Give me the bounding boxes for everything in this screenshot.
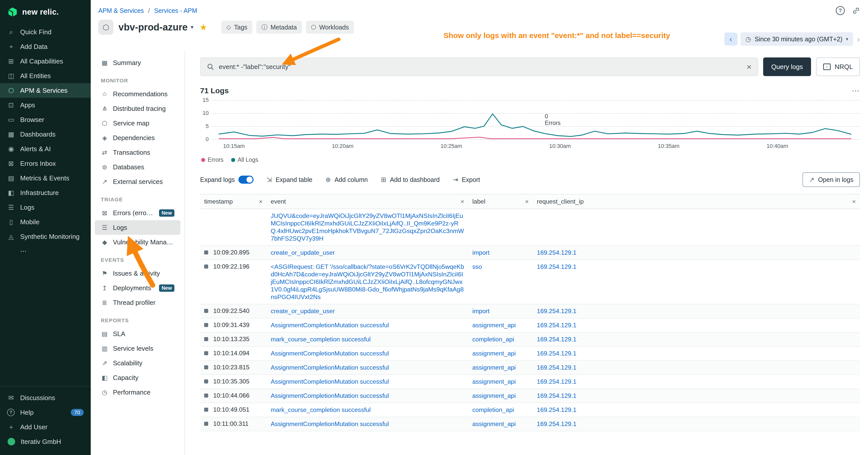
request-client-ip-link[interactable]: 169.254.129.1 bbox=[537, 407, 577, 413]
log-table-row[interactable]: 10:09:31.439 AssignmentCompletionMutatio… bbox=[200, 318, 860, 332]
subnav-item[interactable]: ◈ Dependencies bbox=[95, 130, 181, 145]
subnav-item[interactable]: ◆ Vulnerability Management bbox=[95, 235, 181, 250]
sidebar-item[interactable]: ▤ Metrics & Events bbox=[0, 171, 91, 186]
request-client-ip-link[interactable]: 169.254.129.1 bbox=[537, 263, 577, 270]
entity-action-button[interactable]: ⓘ Metadata bbox=[256, 21, 302, 34]
log-table-row[interactable]: 10:10:35.305 AssignmentCompletionMutatio… bbox=[200, 375, 860, 389]
log-table-row[interactable]: 10:09:22.196 <ASGIRequest: GET '/sso/cal… bbox=[200, 260, 860, 304]
entity-action-button[interactable]: ◇ Tags bbox=[221, 21, 252, 34]
row-marker-icon[interactable] bbox=[204, 309, 208, 313]
remove-column-icon[interactable]: × bbox=[259, 198, 262, 205]
event-link[interactable]: JUQVU&code=eyJraWQiOiJjcGltY29yZV8wOTl1M… bbox=[271, 213, 464, 242]
label-link[interactable]: assignment_api bbox=[472, 322, 516, 328]
add-to-dashboard-button[interactable]: ⊞ Add to dashboard bbox=[381, 176, 439, 184]
label-link[interactable]: assignment_api bbox=[472, 421, 516, 427]
label-link[interactable]: completion_api bbox=[472, 336, 514, 343]
log-table-row[interactable]: 10:09:20.895 create_or_update_user impor… bbox=[200, 246, 860, 260]
request-client-ip-link[interactable]: 169.254.129.1 bbox=[537, 350, 577, 357]
request-client-ip-link[interactable]: 169.254.129.1 bbox=[537, 378, 577, 385]
link-icon[interactable] bbox=[852, 6, 860, 14]
label-link[interactable]: assignment_api bbox=[472, 392, 516, 399]
subnav-item[interactable]: ▥ Service levels bbox=[95, 341, 181, 356]
row-marker-icon[interactable] bbox=[204, 422, 208, 426]
event-link[interactable]: AssignmentCompletionMutation successful bbox=[271, 350, 389, 357]
label-link[interactable]: assignment_api bbox=[472, 364, 516, 371]
expand-table-button[interactable]: ⇲ Expand table bbox=[267, 176, 312, 184]
subnav-item[interactable]: ⇗ Scalability bbox=[95, 356, 181, 370]
row-marker-icon[interactable] bbox=[204, 393, 208, 397]
time-forward-button[interactable]: › bbox=[856, 34, 861, 44]
sidebar-item[interactable]: ▦ Dashboards bbox=[0, 127, 91, 141]
log-table-row[interactable]: 10:10:44.066 AssignmentCompletionMutatio… bbox=[200, 389, 860, 403]
label-link[interactable]: completion_api bbox=[472, 407, 514, 413]
event-link[interactable]: create_or_update_user bbox=[271, 249, 335, 256]
open-in-logs-button[interactable]: ↗ Open in logs bbox=[803, 172, 860, 187]
subnav-item[interactable]: ⚑ Issues & activity bbox=[95, 266, 181, 281]
sidebar-item[interactable]: ◬ Synthetic Monitoring bbox=[0, 229, 91, 244]
expand-logs-control[interactable]: Expand logs bbox=[200, 175, 253, 184]
log-table-row[interactable]: JUQVU&code=eyJraWQiOiJjcGltY29yZV8wOTl1M… bbox=[200, 209, 860, 246]
event-link[interactable]: mark_course_completion successful bbox=[271, 336, 371, 343]
subnav-item[interactable]: ⋔ Distributed tracing bbox=[95, 101, 181, 116]
sidebar-item[interactable]: ⊡ Apps bbox=[0, 98, 91, 112]
log-table-row[interactable]: 10:10:14.094 AssignmentCompletionMutatio… bbox=[200, 347, 860, 360]
row-marker-icon[interactable] bbox=[204, 251, 208, 255]
row-marker-icon[interactable] bbox=[204, 408, 208, 412]
event-link[interactable]: create_or_update_user bbox=[271, 307, 335, 315]
subnav-item[interactable]: ⊜ Databases bbox=[95, 160, 181, 174]
log-table-row[interactable]: 10:11:00.311 AssignmentCompletionMutatio… bbox=[200, 417, 860, 431]
label-link[interactable]: import bbox=[472, 307, 490, 315]
event-link[interactable]: AssignmentCompletionMutation successful bbox=[271, 364, 389, 371]
chart-plot-area[interactable]: 0 Errors bbox=[212, 100, 860, 139]
request-client-ip-link[interactable]: 169.254.129.1 bbox=[537, 421, 577, 427]
column-header-timestamp[interactable]: timestamp × bbox=[200, 194, 267, 209]
subnav-item[interactable]: ☰ Logs bbox=[95, 220, 181, 235]
time-back-button[interactable]: ‹ bbox=[724, 32, 738, 45]
clear-search-icon[interactable]: × bbox=[746, 63, 751, 71]
row-marker-icon[interactable] bbox=[204, 380, 208, 384]
log-table-row[interactable]: 10:09:22.540 create_or_update_user impor… bbox=[200, 304, 860, 318]
subnav-item[interactable]: ⬡ Service map bbox=[95, 116, 181, 130]
request-client-ip-link[interactable]: 169.254.129.1 bbox=[537, 392, 577, 399]
label-link[interactable]: assignment_api bbox=[472, 378, 516, 385]
row-marker-icon[interactable] bbox=[204, 264, 208, 268]
breadcrumb-link-apm-services[interactable]: APM & Services bbox=[98, 7, 144, 14]
subnav-item[interactable]: ☆ Recommendations bbox=[95, 87, 181, 101]
remove-column-icon[interactable]: × bbox=[852, 198, 856, 205]
subnav-item[interactable]: ◷ Performance bbox=[95, 385, 181, 399]
event-link[interactable]: AssignmentCompletionMutation successful bbox=[271, 378, 389, 385]
sidebar-item[interactable]: ◫ All Entities bbox=[0, 68, 91, 83]
sidebar-item[interactable]: ⋯ bbox=[0, 244, 91, 259]
sidebar-item-help[interactable]: ? Help 70 bbox=[0, 405, 91, 420]
legend-errors[interactable]: Errors bbox=[201, 157, 223, 163]
remove-column-icon[interactable]: × bbox=[461, 198, 464, 205]
sidebar-item-discussions[interactable]: ✉ Discussions bbox=[0, 390, 91, 405]
request-client-ip-link[interactable]: 169.254.129.1 bbox=[537, 307, 577, 315]
label-link[interactable]: assignment_api bbox=[472, 350, 516, 357]
help-icon[interactable]: ? bbox=[836, 6, 845, 15]
subnav-item[interactable]: ⊠ Errors (errors inb... New bbox=[95, 205, 181, 220]
request-client-ip-link[interactable]: 169.254.129.1 bbox=[537, 336, 577, 343]
subnav-item[interactable]: ◧ Capacity bbox=[95, 370, 181, 385]
log-table-row[interactable]: 10:10:23.815 AssignmentCompletionMutatio… bbox=[200, 360, 860, 375]
sidebar-item[interactable]: ◧ Infrastructure bbox=[0, 186, 91, 200]
sidebar-item[interactable]: ▭ Browser bbox=[0, 112, 91, 127]
sidebar-item[interactable]: ⊠ Errors Inbox bbox=[0, 156, 91, 171]
event-link[interactable]: AssignmentCompletionMutation successful bbox=[271, 421, 389, 427]
log-table-row[interactable]: 10:10:49.051 mark_course_completion succ… bbox=[200, 403, 860, 417]
subnav-item[interactable]: ▦ Summary bbox=[95, 56, 181, 70]
request-client-ip-link[interactable]: 169.254.129.1 bbox=[537, 322, 577, 328]
column-header-label[interactable]: label × bbox=[468, 194, 533, 209]
subnav-item[interactable]: ▤ SLA bbox=[95, 326, 181, 341]
label-link[interactable]: sso bbox=[472, 263, 482, 270]
legend-all-logs[interactable]: All Logs bbox=[231, 157, 258, 163]
log-search-box[interactable]: × bbox=[200, 58, 758, 76]
breadcrumb-link-services-apm[interactable]: Services - APM bbox=[154, 7, 197, 14]
row-marker-icon[interactable] bbox=[204, 337, 208, 341]
row-marker-icon[interactable] bbox=[204, 365, 208, 369]
sidebar-item-add-user[interactable]: + Add User bbox=[0, 420, 91, 434]
remove-column-icon[interactable]: × bbox=[525, 198, 529, 205]
subnav-item[interactable]: ⇄ Transactions bbox=[95, 145, 181, 160]
more-options-icon[interactable]: ⋯ bbox=[852, 86, 860, 95]
event-link[interactable]: AssignmentCompletionMutation successful bbox=[271, 392, 389, 399]
